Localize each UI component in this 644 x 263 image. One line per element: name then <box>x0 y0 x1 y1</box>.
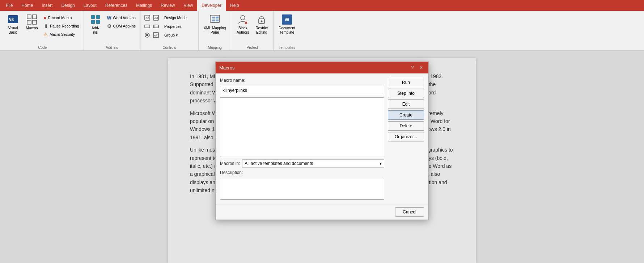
dialog-body: Macro name: Macros in: All active templa… <box>216 73 428 204</box>
macro-name-label: Macro name: <box>220 78 384 83</box>
control-btn-3[interactable] <box>143 22 151 30</box>
controls-row1: Aa Aa <box>143 14 160 22</box>
svg-rect-24 <box>216 20 219 21</box>
svg-rect-5 <box>33 20 37 24</box>
xml-mapping-pane-button[interactable]: XML MappingPane <box>202 12 228 39</box>
dialog-footer: Cancel <box>216 204 428 220</box>
tab-design[interactable]: Design <box>57 0 79 11</box>
pause-recording-button[interactable]: ⏸ Pause Recording <box>42 22 81 30</box>
macro-name-input[interactable] <box>220 86 384 95</box>
visual-basic-button[interactable]: VB VisualBasic <box>4 12 22 39</box>
ribbon-container: File Home Insert Design Layout Reference… <box>0 0 644 51</box>
word-add-ins-label: Word Add-ins <box>113 16 136 20</box>
svg-text:Aa: Aa <box>145 16 149 20</box>
properties-button[interactable]: Properties <box>163 22 195 30</box>
run-button[interactable]: Run <box>388 78 424 87</box>
tab-developer[interactable]: Developer <box>197 0 226 11</box>
ribbon-group-protect: BlockAuthors RestrictEditing Protect <box>231 11 274 50</box>
dialog-titlebar-buttons: ? ✕ <box>409 64 425 71</box>
svg-rect-22 <box>216 17 219 18</box>
dialog-close-button[interactable]: ✕ <box>418 64 425 71</box>
svg-text:VB: VB <box>9 17 14 22</box>
add-ins-label: Add-ins <box>92 26 99 35</box>
document-area: In 1981, Microsoft introduced Multi-Tool… <box>0 51 644 263</box>
code-group-content: VB VisualBasic Macro <box>4 12 81 45</box>
add-ins-button[interactable]: Add-ins <box>87 12 104 39</box>
dialog-right-panel: Run Step Into Edit Create Delete Organiz… <box>388 78 424 200</box>
dialog-title: Macros <box>219 65 235 71</box>
svg-rect-14 <box>145 25 150 28</box>
macros-dialog: Macros ? ✕ Macro name: Macros in: <box>215 61 429 220</box>
description-textarea[interactable] <box>220 178 384 200</box>
tab-layout[interactable]: Layout <box>79 0 101 11</box>
code-small-buttons: ● Record Macro ⏸ Pause Recording ⚠ Macro… <box>42 12 81 38</box>
document-template-button[interactable]: W DocumentTemplate <box>276 12 297 39</box>
restrict-editing-icon <box>256 14 267 25</box>
macro-security-button[interactable]: ⚠ Macro Security <box>42 30 81 38</box>
edit-button[interactable]: Edit <box>388 99 424 109</box>
delete-button[interactable]: Delete <box>388 121 424 131</box>
block-authors-button[interactable]: BlockAuthors <box>234 12 251 39</box>
description-label: Description: <box>220 170 384 175</box>
com-add-ins-button[interactable]: ⚙ COM Add-ins <box>106 22 137 30</box>
cancel-button[interactable]: Cancel <box>395 207 424 217</box>
control-btn-6[interactable] <box>152 31 160 39</box>
restrict-editing-button[interactable]: RestrictEditing <box>253 12 270 39</box>
macros-button[interactable]: Macros <box>23 12 41 39</box>
tab-references[interactable]: References <box>101 0 132 11</box>
xml-mapping-icon <box>209 14 221 25</box>
templates-group-content: W DocumentTemplate <box>276 12 297 45</box>
code-group-label: Code <box>38 45 47 50</box>
tab-file[interactable]: File <box>1 0 17 11</box>
pause-recording-icon: ⏸ <box>43 24 48 29</box>
record-macro-button[interactable]: ● Record Macro <box>42 14 81 22</box>
control-btn-5[interactable] <box>143 31 151 39</box>
com-add-ins-icon: ⚙ <box>107 24 112 29</box>
svg-rect-21 <box>212 17 215 18</box>
dialog-help-button[interactable]: ? <box>409 64 416 71</box>
design-mode-label: Design Mode <box>164 16 187 20</box>
svg-rect-15 <box>153 25 158 28</box>
dialog-overlay: Macros ? ✕ Macro name: Macros in: <box>0 51 644 263</box>
tab-insert[interactable]: Insert <box>37 0 57 11</box>
addins-group-content: Add-ins W Word Add-ins ⚙ COM Add-ins <box>87 12 137 45</box>
svg-rect-8 <box>91 20 95 24</box>
tab-bar: File Home Insert Design Layout Reference… <box>0 0 644 11</box>
macro-security-icon: ⚠ <box>43 32 48 37</box>
record-macro-icon: ● <box>43 15 46 20</box>
macros-in-select[interactable]: All active templates and documents ▾ <box>242 159 384 168</box>
dialog-titlebar: Macros ? ✕ <box>216 62 428 73</box>
group-label: Group ▾ <box>164 33 178 37</box>
control-btn-2[interactable]: Aa <box>152 14 160 22</box>
create-button[interactable]: Create <box>388 110 424 120</box>
svg-point-25 <box>241 16 245 20</box>
word-add-ins-button[interactable]: W Word Add-ins <box>106 14 137 22</box>
group-button[interactable]: Group ▾ <box>163 31 195 39</box>
addins-group-label: Add-ins <box>106 45 118 50</box>
macros-in-value: All active templates and documents <box>245 161 313 166</box>
ribbon-toolbar: VB VisualBasic Macro <box>0 11 644 51</box>
macros-in-dropdown-icon: ▾ <box>380 161 382 166</box>
tab-home[interactable]: Home <box>17 0 37 11</box>
design-mode-button[interactable]: Design Mode <box>163 14 195 22</box>
tab-mailings[interactable]: Mailings <box>132 0 156 11</box>
word-add-ins-icon: W <box>107 16 111 20</box>
tab-help[interactable]: Help <box>226 0 243 11</box>
step-into-button[interactable]: Step Into <box>388 89 424 98</box>
block-authors-icon <box>237 14 249 25</box>
controls-row2 <box>143 22 160 30</box>
macros-icon <box>26 14 38 25</box>
svg-rect-3 <box>33 15 37 19</box>
control-btn-1[interactable]: Aa <box>143 14 151 22</box>
tab-review[interactable]: Review <box>156 0 179 11</box>
svg-rect-9 <box>96 20 100 24</box>
macro-list[interactable] <box>220 97 384 157</box>
tab-view[interactable]: View <box>179 0 198 11</box>
mapping-group-content: XML MappingPane <box>202 12 228 45</box>
organizer-button[interactable]: Organizer... <box>388 132 424 141</box>
word-w-icon: W <box>282 14 292 25</box>
record-macro-label: Record Macro <box>48 16 72 20</box>
dialog-left-panel: Macro name: Macros in: All active templa… <box>220 78 384 200</box>
control-btn-4[interactable] <box>152 22 160 30</box>
templates-group-label: Templates <box>279 45 295 50</box>
